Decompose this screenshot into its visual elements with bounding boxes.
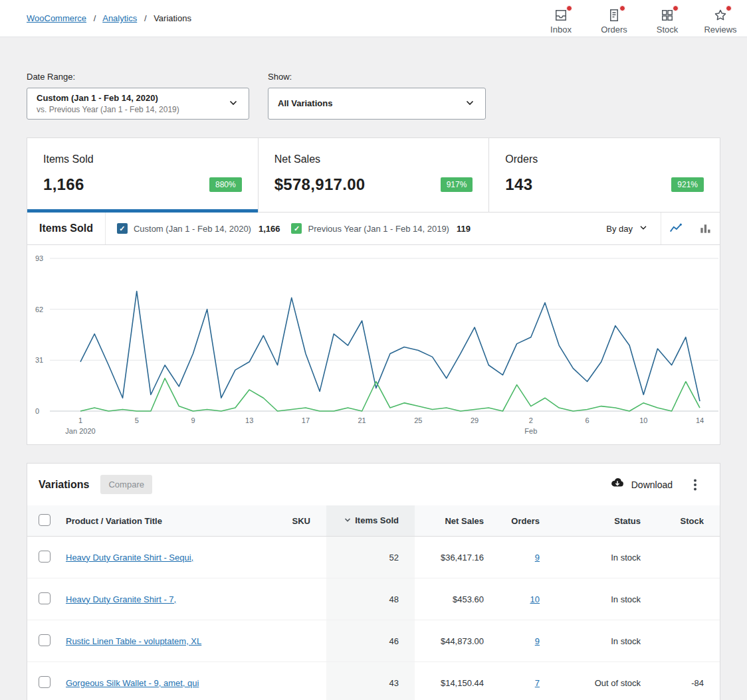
legend-label: Custom (Jan 1 - Feb 14, 2020)	[134, 224, 251, 234]
status-cell: In stock	[556, 620, 657, 662]
svg-text:5: 5	[135, 416, 139, 424]
analytics-report-content: Date Range: Custom (Jan 1 - Feb 14, 2020…	[0, 72, 747, 700]
net-sales-cell: $36,417.16	[415, 537, 500, 578]
summary-label: Items Sold	[43, 153, 242, 165]
legend-previous-year[interactable]: Previous Year (Jan 1 - Feb 14, 2019) 119	[280, 213, 470, 244]
show-select[interactable]: All Variations	[268, 88, 486, 120]
date-range-value: Custom (Jan 1 - Feb 14, 2020)	[37, 92, 179, 104]
row-checkbox[interactable]	[39, 676, 51, 688]
items-sold-cell: 48	[326, 578, 415, 620]
legend-checkbox-previous-year[interactable]	[291, 223, 302, 234]
col-header-sku[interactable]: SKU	[270, 505, 326, 537]
breadcrumb: WooCommerce / Analytics / Variations	[27, 13, 191, 23]
svg-text:6: 6	[585, 416, 589, 424]
summary-label: Net Sales	[274, 153, 473, 165]
breadcrumb-link-analytics[interactable]: Analytics	[102, 13, 137, 23]
nav-label: Orders	[601, 25, 627, 35]
table-title: Variations	[39, 479, 89, 491]
status-cell: In stock	[556, 537, 657, 578]
sku-cell	[270, 662, 326, 700]
chevron-down-icon	[638, 222, 649, 235]
orders-link[interactable]: 7	[535, 678, 540, 688]
svg-text:Feb: Feb	[524, 427, 537, 435]
date-range-filter: Date Range: Custom (Jan 1 - Feb 14, 2020…	[27, 72, 249, 120]
product-link[interactable]: Heavy Duty Granite Shirt - 7,	[66, 594, 176, 604]
date-range-label: Date Range:	[27, 72, 249, 82]
items-sold-cell: 52	[326, 537, 415, 578]
breadcrumb-separator: /	[144, 13, 147, 23]
product-link[interactable]: Heavy Duty Granite Shirt - Sequi,	[66, 553, 193, 563]
col-header-items-sold[interactable]: Items Sold	[326, 505, 415, 537]
breadcrumb-current-page: Variations	[154, 13, 191, 23]
date-range-compare-value: vs. Previous Year (Jan 1 - Feb 14, 2019)	[37, 104, 179, 115]
legend-total: 1,166	[259, 224, 280, 234]
row-checkbox[interactable]	[39, 592, 51, 604]
sku-cell	[270, 537, 326, 578]
legend-checkbox-custom[interactable]	[117, 223, 128, 234]
delta-badge: 921%	[671, 177, 704, 192]
nav-inbox[interactable]: Inbox	[534, 3, 587, 35]
breadcrumb-separator: /	[94, 13, 96, 23]
col-header-net-sales[interactable]: Net Sales	[415, 505, 500, 537]
chevron-down-icon	[227, 97, 239, 111]
delta-badge: 880%	[209, 177, 242, 192]
interval-select[interactable]: By day	[594, 213, 661, 244]
legend-label: Previous Year (Jan 1 - Feb 14, 2019)	[308, 224, 449, 234]
top-bar: WooCommerce / Analytics / Variations Inb…	[0, 0, 747, 37]
activity-nav: Inbox Orders Stock Reviews	[534, 3, 747, 35]
kebab-menu-icon[interactable]	[687, 477, 703, 493]
col-header-orders[interactable]: Orders	[500, 505, 556, 537]
row-checkbox[interactable]	[39, 551, 51, 563]
status-cell: Out of stock	[556, 662, 657, 700]
status-cell: In stock	[556, 578, 657, 620]
table-row: Heavy Duty Granite Shirt - Sequi, 52 $36…	[27, 537, 720, 578]
svg-text:25: 25	[414, 416, 422, 424]
table-row: Rustic Linen Table - voluptatem, XL 46 $…	[27, 620, 720, 662]
items-sold-cell: 43	[326, 662, 415, 700]
items-sold-cell: 46	[326, 620, 415, 662]
compare-button[interactable]: Compare	[100, 475, 152, 494]
select-all-checkbox[interactable]	[39, 514, 51, 526]
sku-cell	[270, 620, 326, 662]
stock-icon	[659, 7, 675, 23]
col-header-status[interactable]: Status	[556, 505, 657, 537]
bar-chart-icon[interactable]	[691, 213, 720, 244]
interval-value: By day	[606, 224, 633, 234]
svg-text:9: 9	[191, 416, 195, 424]
nav-stock[interactable]: Stock	[641, 3, 694, 35]
orders-link[interactable]: 9	[535, 553, 540, 563]
legend-total: 119	[457, 224, 471, 234]
product-link[interactable]: Gorgeous Silk Wallet - 9, amet, qui	[66, 678, 199, 688]
show-label: Show:	[268, 72, 486, 82]
nav-reviews[interactable]: Reviews	[694, 3, 747, 35]
show-filter: Show: All Variations	[268, 72, 486, 120]
summary-value: $578,917.00	[274, 175, 366, 194]
orders-link[interactable]: 9	[535, 636, 540, 646]
legend-custom-period[interactable]: Custom (Jan 1 - Feb 14, 2020) 1,166	[106, 213, 280, 244]
items-sold-chart: 03162931Jan 20205913172125292Feb61014	[27, 245, 720, 444]
orders-icon	[606, 7, 622, 23]
stock-cell	[657, 537, 720, 578]
summary-tab-items-sold[interactable]: Items Sold 1,166 880%	[27, 138, 258, 212]
table-header-row: Product / Variation Title SKU Items Sold…	[27, 505, 720, 537]
table-row: Heavy Duty Granite Shirt - 7, 48 $453.60…	[27, 578, 720, 620]
summary-label: Orders	[505, 153, 704, 165]
row-checkbox[interactable]	[39, 634, 51, 646]
nav-orders[interactable]: Orders	[587, 3, 641, 35]
sort-desc-icon	[344, 516, 352, 526]
summary-tab-net-sales[interactable]: Net Sales $578,917.00 917%	[258, 138, 489, 212]
summary-numbers: Items Sold 1,166 880% Net Sales $578,917…	[27, 138, 720, 213]
col-header-product[interactable]: Product / Variation Title	[60, 505, 270, 537]
svg-text:13: 13	[245, 416, 253, 424]
product-link[interactable]: Rustic Linen Table - voluptatem, XL	[66, 636, 201, 646]
col-header-stock[interactable]: Stock	[657, 505, 720, 537]
chart-title: Items Sold	[27, 213, 106, 244]
date-range-select[interactable]: Custom (Jan 1 - Feb 14, 2020) vs. Previo…	[27, 88, 249, 120]
net-sales-cell: $14,150.44	[415, 662, 500, 700]
chart-type-toggle	[661, 213, 720, 244]
download-button[interactable]: Download	[609, 476, 673, 493]
line-chart-icon[interactable]	[661, 213, 691, 244]
summary-tab-orders[interactable]: Orders 143 921%	[488, 138, 720, 212]
breadcrumb-link-woocommerce[interactable]: WooCommerce	[27, 13, 86, 23]
orders-link[interactable]: 10	[530, 594, 540, 604]
